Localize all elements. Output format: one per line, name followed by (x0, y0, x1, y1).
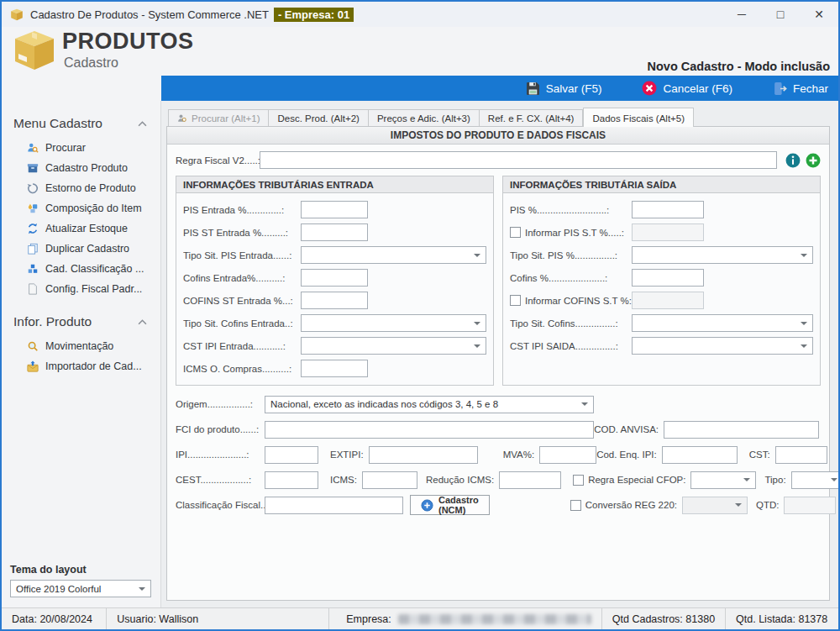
tab-desc-prod[interactable]: Desc. Prod. (Alt+2) (269, 109, 368, 127)
sidebar-item-atualizar-estoque[interactable]: Atualizar Estoque (2, 218, 160, 239)
cod-anvisa-input[interactable] (664, 421, 819, 439)
status-date: Data: 20/08/2024 (2, 608, 107, 629)
conversao-reg220-label: Conversão REG 220: (585, 500, 682, 510)
sidebar-section-infor-produto[interactable]: Infor. Produto (13, 314, 147, 329)
classificacao-fiscal-input[interactable] (265, 497, 403, 514)
sidebar-item-movimentacao[interactable]: Movimentação (2, 336, 160, 356)
chevron-down-icon (581, 402, 588, 406)
chevron-up-icon (138, 121, 147, 127)
pis-st-entrada-input[interactable] (301, 223, 368, 241)
app-header: PRODUTOS Cadastro Novo Cadastro - Modo i… (2, 27, 838, 76)
floppy-save-icon (526, 82, 540, 96)
sidebar-item-duplicar[interactable]: Duplicar Cadastro (2, 239, 160, 259)
sidebar-item-importador[interactable]: Importador de Cad... (2, 356, 160, 376)
tab-dados-fiscais[interactable]: Dados Fiscais (Alt+5) (583, 108, 694, 127)
sidebar-item-cadastro-produto[interactable]: Cadastro Produto (2, 158, 160, 178)
cst-ipi-entrada-select[interactable] (301, 337, 486, 355)
mva-input[interactable] (539, 446, 596, 464)
tab-ref-fcx[interactable]: Ref. e F. CX. (Alt+4) (480, 109, 584, 127)
icms-o-compras-input[interactable] (301, 360, 368, 377)
cancel-button[interactable]: Cancelar (F6) (642, 81, 732, 96)
cofins-st-entrada-input[interactable] (301, 292, 368, 309)
chevron-up-icon (138, 319, 147, 325)
cod-enq-ipi-input[interactable] (662, 446, 738, 464)
cofins-entrada-input[interactable] (301, 269, 368, 287)
regra-especial-cfop-label: Regra Especial CFOP: (588, 475, 690, 485)
bottom-fiscal-fields: Origem................: Nacional, exceto… (167, 386, 829, 515)
pis-st-saida-input (632, 223, 704, 241)
informar-pis-st-checkbox[interactable] (510, 227, 521, 238)
app-box-icon (10, 8, 24, 21)
status-qtd-listada: Qtd. Listada: 81378 (726, 608, 838, 629)
chevron-down-icon (801, 322, 807, 325)
sidebar-item-procurar[interactable]: Procurar (2, 138, 160, 158)
sidebar-item-estorno[interactable]: Estorno de Produto (2, 178, 160, 198)
chevron-down-icon (735, 503, 742, 507)
regra-fiscal-input[interactable] (260, 151, 777, 169)
minimize-button[interactable]: ─ (722, 2, 761, 27)
origem-label: Origem................: (176, 399, 265, 409)
conversao-reg220-checkbox[interactable] (570, 500, 581, 511)
status-empresa: Empresa: (329, 608, 602, 629)
status-user: Usuario: Wallison (107, 608, 329, 629)
cancel-x-icon (642, 81, 657, 96)
search-icon (27, 340, 39, 352)
extipi-label: EXTIPI: (330, 450, 369, 460)
cst-input[interactable] (775, 446, 827, 464)
icms-label: ICMS: (330, 475, 362, 485)
tipo-sit-pis-saida-select[interactable] (632, 246, 813, 264)
sidebar-item-config-fiscal[interactable]: Config. Fiscal Padr... (2, 279, 160, 299)
chevron-down-icon (801, 254, 807, 257)
close-window-button[interactable]: ✕ (800, 2, 838, 27)
tipo-select[interactable] (791, 471, 840, 489)
pis-saida-input[interactable] (632, 201, 704, 218)
empresa-value-redacted (398, 614, 591, 624)
close-form-button[interactable]: Fechar (773, 82, 828, 96)
group-saida-title: INFORMAÇÕES TRIBUTÁRIA SAÍDA (503, 176, 820, 193)
tipo-sit-pis-entrada-select[interactable] (301, 246, 486, 264)
origem-select[interactable]: Nacional, exceto as indicadas nos código… (265, 396, 594, 413)
chevron-down-icon (743, 478, 750, 481)
maximize-button[interactable]: □ (761, 2, 800, 27)
theme-select[interactable]: Office 2019 Colorful (10, 580, 151, 597)
tipo-sit-cofins-entrada-select[interactable] (301, 314, 486, 332)
sidebar-item-cad-classificacao[interactable]: Cad. Classificação ... (2, 259, 160, 279)
cadastro-ncm-button[interactable]: Cadastro (NCM) (410, 495, 490, 515)
extipi-input[interactable] (369, 446, 478, 464)
informar-cofins-st-checkbox[interactable] (510, 295, 521, 306)
pis-entrada-input[interactable] (301, 201, 368, 218)
regra-especial-cfop-select[interactable] (690, 471, 756, 489)
page-subtitle: Cadastro (64, 55, 118, 71)
icms-input[interactable] (362, 471, 417, 489)
cst-ipi-saida-select[interactable] (632, 337, 813, 355)
mva-label: MVA%: (503, 450, 540, 460)
add-plus-icon[interactable] (806, 153, 821, 168)
sidebar-section-menu-cadastro[interactable]: Menu Cadastro (13, 116, 147, 131)
theme-label: Tema do layout (10, 564, 151, 576)
cofins-saida-input[interactable] (632, 269, 704, 287)
tab-procurar[interactable]: Procurar (Alt+1) (168, 109, 269, 127)
regra-fiscal-label: Regra Fiscal V2.....: (176, 155, 260, 166)
undo-icon (27, 182, 39, 194)
chevron-down-icon (474, 344, 480, 348)
copy-icon (27, 243, 39, 255)
ipi-input[interactable] (265, 446, 318, 464)
tipo-sit-cofins-saida-select[interactable] (632, 314, 813, 332)
sidebar-item-composicao[interactable]: Composição do Item (2, 198, 160, 218)
fci-produto-input[interactable] (265, 421, 594, 439)
status-qtd-cadastros: Qtd Cadastros: 81380 (602, 608, 726, 629)
cst-label: CST: (749, 450, 775, 460)
qtd-label: QTD: (756, 500, 784, 510)
tab-precos-adic[interactable]: Preços e Adic. (Alt+3) (369, 109, 480, 127)
import-icon (27, 360, 39, 372)
product-box-icon (12, 29, 57, 72)
cod-enq-ipi-label: Cod. Enq. IPI: (596, 450, 662, 460)
cest-input[interactable] (265, 471, 318, 489)
regra-especial-cfop-checkbox[interactable] (573, 475, 584, 486)
components-icon (27, 202, 39, 214)
reducao-icms-input[interactable] (499, 471, 561, 489)
info-icon[interactable] (785, 153, 801, 168)
cest-label: CEST..................: (176, 475, 265, 485)
save-button[interactable]: Salvar (F5) (526, 82, 602, 96)
chevron-down-icon (474, 254, 480, 257)
